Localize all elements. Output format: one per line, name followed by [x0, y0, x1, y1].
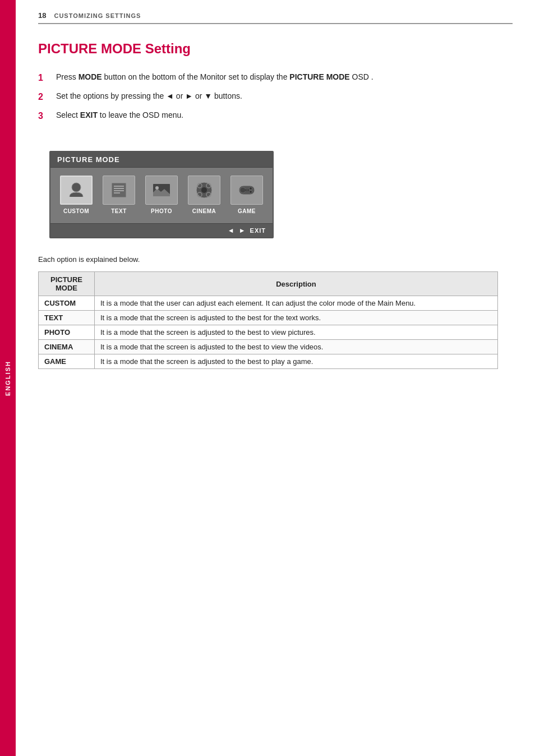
osd-item-cinema: CINEMA	[184, 176, 224, 220]
osd-icon-game	[230, 176, 263, 205]
svg-point-10	[201, 187, 207, 193]
osd-exit-label: EXIT	[250, 227, 266, 234]
step-2-text: Set the options by pressing the ◄ or ► o…	[56, 90, 242, 102]
osd-label-text: TEXT	[111, 208, 127, 214]
game-icon	[237, 180, 257, 200]
section-title: PICTURE MODE Setting	[38, 41, 513, 57]
osd-screenshot: PICTURE MODE CUSTOM	[49, 151, 274, 238]
svg-point-17	[250, 187, 252, 190]
page-header: 18 CUSTOMIZING SETTINGS	[38, 11, 513, 24]
table-row: TEXTIt is a mode that the screen is adju…	[39, 311, 498, 325]
custom-icon	[66, 180, 86, 200]
table-row: PHOTOIt is a mode that the screen is adj…	[39, 325, 498, 340]
osd-icons-row: CUSTOM TEXT	[50, 168, 273, 223]
osd-label-custom: CUSTOM	[63, 208, 89, 214]
osd-footer: ◄ ► EXIT	[50, 223, 273, 237]
osd-icon-custom	[60, 176, 93, 205]
picture-mode-table: PICTURE MODE Description CUSTOMIt is a m…	[38, 271, 498, 369]
photo-icon	[151, 180, 172, 200]
page-number: 18	[38, 11, 46, 20]
step-1-number: 1	[38, 71, 52, 85]
osd-item-game: GAME	[227, 176, 267, 220]
table-cell-description: It is a mode that the screen is adjusted…	[95, 325, 498, 340]
svg-point-16	[240, 187, 246, 193]
table-cell-description: It is a mode that the screen is adjusted…	[95, 354, 498, 369]
text-icon	[109, 180, 129, 200]
table-row: CINEMAIt is a mode that the screen is ad…	[39, 340, 498, 354]
osd-box: PICTURE MODE CUSTOM	[49, 151, 274, 238]
page-subtitle: CUSTOMIZING SETTINGS	[54, 12, 141, 19]
cinema-icon	[194, 180, 214, 200]
step-2-number: 2	[38, 90, 52, 104]
osd-label-game: GAME	[238, 208, 256, 214]
osd-label-photo: PHOTO	[151, 208, 172, 214]
step-3: 3 Select EXIT to leave the OSD menu.	[38, 109, 513, 123]
table-cell-mode: CUSTOM	[39, 296, 95, 311]
table-row: GAMEIt is a mode that the screen is adju…	[39, 354, 498, 369]
table-cell-mode: CINEMA	[39, 340, 95, 354]
step-1-text: Press MODE button on the bottom of the M…	[56, 71, 373, 83]
svg-point-18	[250, 191, 252, 193]
table-cell-mode: GAME	[39, 354, 95, 369]
osd-icon-cinema	[188, 176, 220, 205]
table-cell-description: It is a mode that the screen is adjusted…	[95, 340, 498, 354]
step-3-number: 3	[38, 109, 52, 123]
svg-rect-1	[112, 183, 126, 197]
main-content: 18 CUSTOMIZING SETTINGS PICTURE MODE Set…	[16, 0, 535, 391]
table-cell-mode: TEXT	[39, 311, 95, 325]
table-cell-description: It is a mode that the user can adjust ea…	[95, 296, 498, 311]
table-header-description: Description	[95, 272, 498, 296]
osd-item-text: TEXT	[99, 176, 139, 220]
table-cell-mode: PHOTO	[39, 325, 95, 340]
sidebar-label: ENGLISH	[4, 361, 11, 396]
svg-point-0	[72, 183, 81, 192]
svg-rect-19	[245, 189, 247, 191]
osd-item-custom: CUSTOM	[56, 176, 96, 220]
steps-list: 1 Press MODE button on the bottom of the…	[38, 71, 513, 123]
step-2: 2 Set the options by pressing the ◄ or ►…	[38, 90, 513, 104]
osd-item-photo: PHOTO	[141, 176, 182, 220]
osd-icon-photo	[145, 176, 178, 205]
svg-point-8	[155, 186, 159, 190]
description-text: Each option is explained below.	[38, 255, 513, 264]
osd-header: PICTURE MODE	[50, 152, 273, 168]
svg-rect-20	[247, 189, 249, 191]
table-header-row: PICTURE MODE Description	[39, 272, 498, 296]
osd-icon-text	[103, 176, 135, 205]
osd-label-cinema: CINEMA	[192, 208, 216, 214]
step-1: 1 Press MODE button on the bottom of the…	[38, 71, 513, 85]
table-header-mode: PICTURE MODE	[39, 272, 95, 296]
osd-arrow-right: ►	[239, 227, 246, 234]
table-cell-description: It is a mode that the screen is adjusted…	[95, 311, 498, 325]
step-3-text: Select EXIT to leave the OSD menu.	[56, 109, 183, 121]
sidebar: ENGLISH	[0, 0, 16, 756]
osd-arrow-left: ◄	[228, 227, 234, 234]
table-row: CUSTOMIt is a mode that the user can adj…	[39, 296, 498, 311]
